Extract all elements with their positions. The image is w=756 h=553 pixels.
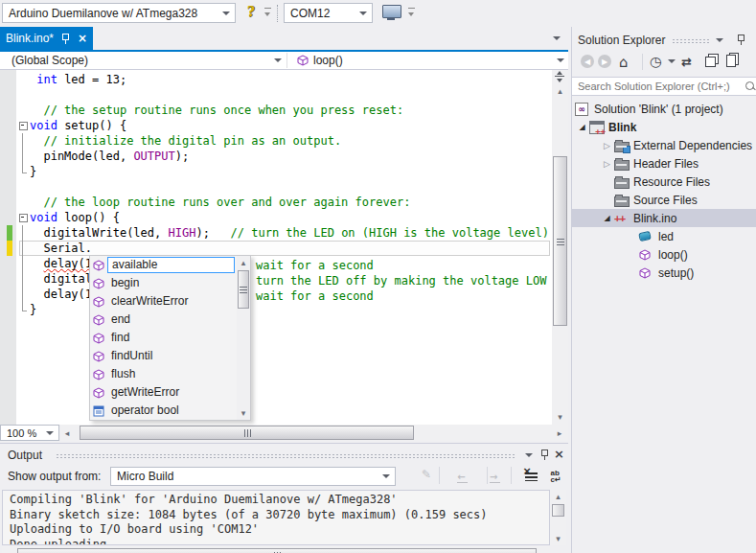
- port-select[interactable]: COM12: [284, 3, 373, 23]
- code-line[interactable]: int led = 13;: [19, 72, 550, 87]
- output-vertical-scrollbar[interactable]: ▴ ▾: [550, 490, 566, 545]
- fold-line-marker[interactable]: [19, 225, 30, 241]
- next-message-icon[interactable]: →: [490, 472, 497, 482]
- scrollbar-thumb[interactable]: [238, 270, 249, 309]
- scrollbar-thumb[interactable]: [552, 504, 564, 517]
- code-line[interactable]: // the loop routine runs over and over a…: [19, 195, 550, 210]
- fold-box-marker[interactable]: [19, 210, 30, 225]
- code-line[interactable]: [19, 179, 550, 195]
- pin-icon[interactable]: [737, 34, 745, 45]
- fold-line-marker[interactable]: [19, 287, 30, 302]
- expanded-arrow-icon[interactable]: ◢: [600, 214, 614, 222]
- expanded-arrow-icon[interactable]: ◢: [575, 123, 589, 131]
- tree-item-resource-files[interactable]: Resource Files: [572, 173, 756, 191]
- toolbar-overflow-icon[interactable]: [407, 7, 417, 20]
- pin-icon[interactable]: [540, 449, 549, 460]
- scrollbar-thumb[interactable]: [80, 426, 414, 440]
- scroll-left-icon[interactable]: ◂: [2, 548, 13, 553]
- output-source-select[interactable]: Micro Build: [110, 467, 396, 486]
- intellisense-item[interactable]: getWriteError: [90, 383, 250, 402]
- pending-changes-filter-icon[interactable]: ◷: [650, 54, 661, 69]
- home-icon[interactable]: ⌂: [619, 54, 629, 71]
- scroll-down-icon[interactable]: ▾: [550, 533, 566, 544]
- fold-line-marker[interactable]: [19, 241, 30, 256]
- member-dropdown[interactable]: loop(): [287, 52, 568, 69]
- code-line[interactable]: digitalWrite(led, HIGH); // turn the LED…: [19, 225, 550, 241]
- scrollbar-thumb[interactable]: [17, 548, 537, 553]
- code-line[interactable]: pinMode(led, OUTPUT);: [19, 149, 550, 164]
- find-message-icon[interactable]: ✎: [422, 468, 431, 481]
- popup-scrollbar[interactable]: ▴ ▾: [237, 256, 250, 420]
- intellisense-item[interactable]: findUntil: [90, 347, 250, 365]
- fold-spacer[interactable]: [19, 72, 30, 87]
- tree-item-solution-blink-1-project[interactable]: ∞Solution 'Blink' (1 project): [572, 100, 756, 118]
- tab-blink-ino[interactable]: Blink.ino* ×: [0, 27, 93, 50]
- intellisense-list[interactable]: available begin clearWriteError end find…: [90, 256, 250, 420]
- fold-end-marker[interactable]: [19, 302, 30, 317]
- serial-monitor-icon[interactable]: [382, 5, 401, 18]
- board-select[interactable]: Arduino Duemilanove w/ ATmega328: [2, 3, 236, 23]
- panel-menu-chevron-icon[interactable]: [716, 38, 723, 42]
- intellisense-item[interactable]: clearWriteError: [90, 292, 250, 311]
- show-all-files-icon[interactable]: [726, 55, 736, 70]
- tab-list-chevron-icon[interactable]: [553, 36, 561, 40]
- collapsed-arrow-icon[interactable]: ▷: [600, 159, 614, 169]
- collapse-all-icon[interactable]: [705, 56, 716, 70]
- fold-line-marker[interactable]: [19, 256, 30, 271]
- code-line[interactable]: // initialize the digital pin as an outp…: [19, 133, 550, 149]
- intellisense-item[interactable]: find: [90, 329, 250, 347]
- scroll-right-icon[interactable]: ▸: [538, 548, 550, 553]
- zoom-select[interactable]: 100 %: [0, 425, 59, 441]
- fold-spacer[interactable]: [19, 179, 30, 195]
- editor-vertical-scrollbar[interactable]: ▴ ▾: [552, 70, 568, 425]
- help-button[interactable]: ?: [242, 3, 260, 23]
- tree-item-loop[interactable]: loop(): [572, 245, 756, 264]
- back-icon[interactable]: ◀: [581, 55, 594, 68]
- forward-icon[interactable]: ▶: [598, 55, 611, 68]
- code-editor[interactable]: int led = 13; // the setup routine runs …: [0, 70, 568, 425]
- code-line[interactable]: [19, 87, 550, 103]
- search-icon[interactable]: [745, 81, 754, 90]
- tree-item-external-dependencies[interactable]: ▷External Dependencies: [572, 136, 756, 154]
- sync-with-active-document-icon[interactable]: ⇄: [681, 55, 692, 69]
- fold-spacer[interactable]: [19, 87, 30, 103]
- code-line[interactable]: }: [19, 164, 550, 179]
- fold-box-marker[interactable]: [19, 118, 30, 133]
- tree-item-led[interactable]: led: [572, 227, 756, 245]
- collapsed-arrow-icon[interactable]: ▷: [600, 141, 614, 150]
- chevron-down-icon[interactable]: [668, 59, 676, 63]
- scroll-up-icon[interactable]: ▴: [552, 84, 568, 97]
- scroll-down-icon[interactable]: ▾: [237, 407, 250, 419]
- intellisense-item[interactable]: begin: [90, 274, 250, 292]
- search-input[interactable]: [572, 77, 756, 96]
- close-icon[interactable]: ×: [78, 32, 87, 45]
- intellisense-item[interactable]: available: [90, 256, 250, 274]
- scope-dropdown[interactable]: (Global Scope): [0, 52, 286, 69]
- code-line[interactable]: void loop() {: [19, 210, 550, 225]
- fold-spacer[interactable]: [19, 195, 30, 210]
- tree-item-source-files[interactable]: Source Files: [572, 191, 756, 209]
- code-line[interactable]: // the setup routine runs once when you …: [19, 103, 550, 118]
- editor-horizontal-scrollbar[interactable]: ◂ ▸: [61, 425, 568, 441]
- tree-item-setup[interactable]: setup(): [572, 264, 756, 282]
- fold-line-marker[interactable]: [19, 271, 30, 287]
- fold-line-marker[interactable]: [19, 133, 30, 149]
- scrollbar-thumb[interactable]: [553, 156, 567, 326]
- code-line[interactable]: Serial.: [19, 241, 550, 256]
- fold-end-marker[interactable]: [19, 164, 30, 179]
- scroll-down-icon[interactable]: ▾: [552, 410, 568, 423]
- toolbar-overflow-icon[interactable]: [263, 7, 273, 20]
- close-icon[interactable]: ×: [554, 447, 564, 461]
- output-horizontal-scrollbar[interactable]: ◂ ▸: [2, 546, 550, 553]
- tree-item-blink-ino[interactable]: ◢++Blink.ino: [572, 209, 756, 227]
- fold-spacer[interactable]: [19, 103, 30, 118]
- panel-drag-texture[interactable]: [672, 38, 710, 44]
- code-line[interactable]: void setup() {: [19, 118, 550, 133]
- intellisense-item[interactable]: operator bool: [90, 402, 250, 420]
- intellisense-item[interactable]: flush: [90, 365, 250, 383]
- scroll-right-icon[interactable]: ▸: [554, 425, 565, 441]
- panel-menu-chevron-icon[interactable]: [525, 453, 533, 457]
- panel-drag-texture[interactable]: [56, 453, 515, 459]
- scroll-up-icon[interactable]: ▴: [550, 491, 566, 502]
- fold-line-marker[interactable]: [19, 149, 30, 164]
